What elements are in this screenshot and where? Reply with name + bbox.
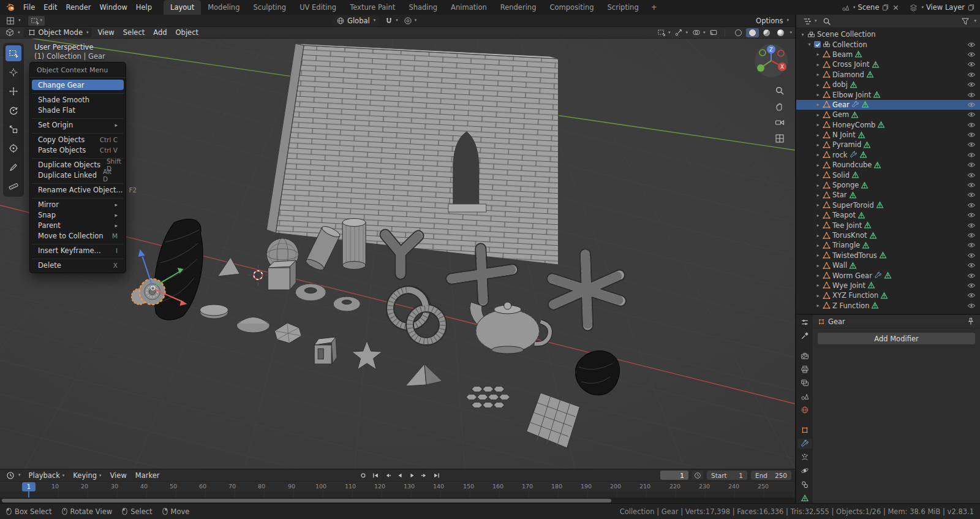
- eye-icon[interactable]: [967, 232, 976, 238]
- disclosure-icon[interactable]: ▸: [815, 112, 821, 118]
- context-menu-item[interactable]: Duplicate Linked Alt D: [32, 170, 124, 180]
- ortho-grid-icon[interactable]: [775, 134, 785, 143]
- eye-icon[interactable]: [967, 152, 976, 158]
- eye-icon[interactable]: [967, 252, 976, 259]
- eye-icon[interactable]: [967, 192, 976, 198]
- object-rock[interactable]: [575, 350, 619, 395]
- gizmos-dropdown[interactable]: ▾: [674, 28, 688, 37]
- disclosure-icon[interactable]: ▸: [815, 202, 821, 208]
- outliner-object-row[interactable]: ▸ Elbow Joint: [796, 89, 980, 99]
- outliner-object-row[interactable]: ▸ HoneyComb: [796, 120, 980, 130]
- timeline-menu[interactable]: View: [106, 471, 131, 480]
- outliner-object-row[interactable]: ▸ Cross Joint: [796, 59, 980, 69]
- new-scene-icon[interactable]: [881, 4, 889, 12]
- context-menu-item[interactable]: Mirror: [32, 199, 124, 210]
- eye-icon[interactable]: [967, 303, 976, 309]
- eye-icon[interactable]: [967, 81, 976, 88]
- workspace-tab[interactable]: Texture Paint: [343, 0, 402, 15]
- tab-modifiers[interactable]: [797, 439, 812, 449]
- disclosure-icon[interactable]: ▸: [815, 172, 821, 178]
- collection-checkbox[interactable]: [814, 41, 821, 48]
- tab-scene[interactable]: [797, 392, 812, 401]
- context-menu-item[interactable]: Insert Keyframe... I: [32, 245, 124, 256]
- disclosure-icon[interactable]: ▸: [815, 183, 821, 188]
- add-workspace-button[interactable]: +: [646, 3, 663, 12]
- tab-object[interactable]: [797, 425, 812, 435]
- eye-icon[interactable]: [967, 61, 976, 67]
- disclosure-icon[interactable]: ▸: [815, 192, 821, 198]
- eye-icon[interactable]: [967, 122, 976, 128]
- disclosure-icon[interactable]: ▸: [815, 102, 821, 107]
- outliner-object-row[interactable]: ▸ rock: [796, 150, 980, 160]
- pan-hand-icon[interactable]: [775, 102, 785, 112]
- context-menu-item[interactable]: Copy Objects Ctrl C: [32, 134, 124, 145]
- workspace-tab[interactable]: Shading: [402, 0, 444, 15]
- editor-type-select[interactable]: ▾: [4, 16, 23, 26]
- viewport-editor-select[interactable]: ▾: [3, 28, 23, 37]
- frame-start-field[interactable]: Start1: [707, 471, 747, 480]
- outliner-object-row[interactable]: ▸ Teapot: [796, 210, 980, 220]
- eye-icon[interactable]: [967, 222, 976, 229]
- camera-view-icon[interactable]: [775, 118, 785, 127]
- active-tool-indicator[interactable]: ▾: [28, 16, 45, 26]
- menubar-item[interactable]: Help: [132, 2, 156, 13]
- context-menu-item[interactable]: Move to Collection M: [32, 230, 124, 241]
- shading-rendered-button[interactable]: [774, 28, 787, 37]
- mode-select[interactable]: Object Mode ▾: [24, 28, 92, 37]
- tab-render[interactable]: [797, 351, 812, 361]
- context-menu-item[interactable]: Snap: [32, 210, 124, 220]
- jump-to-start-button[interactable]: [370, 471, 380, 480]
- context-menu-item[interactable]: Parent: [32, 220, 124, 230]
- object-cube[interactable]: [268, 260, 296, 290]
- disclosure-icon[interactable]: ▸: [815, 162, 821, 168]
- next-keyframe-button[interactable]: [419, 471, 429, 480]
- outliner-object-row[interactable]: ▸ Diamond: [796, 70, 980, 80]
- disclosure-icon[interactable]: ▸: [815, 303, 821, 308]
- workspace-tab[interactable]: Sculpting: [246, 0, 293, 15]
- eye-icon[interactable]: [967, 212, 976, 218]
- object-beam[interactable]: [314, 337, 337, 364]
- object-cylinder[interactable]: [342, 219, 366, 270]
- outliner-object-row[interactable]: ▸ Gear: [796, 100, 980, 110]
- play-button[interactable]: [407, 471, 417, 480]
- scene-collection-row[interactable]: ▾ Scene Collection: [796, 29, 980, 39]
- tab-tool[interactable]: [797, 331, 812, 341]
- outliner-object-row[interactable]: ▸ dobj: [796, 80, 980, 89]
- timeline-editor-select[interactable]: ▾: [4, 471, 23, 480]
- outliner-object-row[interactable]: ▸ Worm Gear: [796, 270, 980, 280]
- context-menu-item[interactable]: [32, 130, 124, 134]
- frame-end-field[interactable]: End250: [751, 471, 791, 480]
- tab-physics[interactable]: [797, 466, 812, 475]
- eye-icon[interactable]: [967, 142, 976, 148]
- transform-orientation-select[interactable]: Global ▾: [333, 16, 379, 26]
- timeline-ruler[interactable]: 1020304050607080901001101201301401501601…: [0, 481, 795, 491]
- outliner-object-row[interactable]: ▸ XYZ Function: [796, 290, 980, 300]
- current-frame-field[interactable]: 1: [660, 471, 688, 480]
- tab-constraints[interactable]: [797, 480, 812, 490]
- object-torus-small[interactable]: [333, 297, 360, 311]
- disclosure-icon[interactable]: ▸: [815, 273, 821, 278]
- eye-icon[interactable]: [967, 132, 976, 138]
- tool-scale[interactable]: [6, 121, 21, 137]
- context-menu-item[interactable]: [32, 256, 124, 260]
- object-wall[interactable]: [266, 44, 558, 265]
- outliner-object-row[interactable]: ▸ Wall: [796, 260, 980, 270]
- workspace-tab[interactable]: Layout: [164, 0, 201, 15]
- disclosure-icon[interactable]: ▸: [815, 62, 821, 67]
- outliner-object-row[interactable]: ▸ Gem: [796, 110, 980, 119]
- snapping-toggle[interactable]: ▾: [385, 17, 398, 25]
- selectability-dropdown[interactable]: ▾: [657, 28, 671, 37]
- eye-icon[interactable]: [967, 262, 976, 268]
- disclosure-icon[interactable]: ▸: [815, 82, 821, 88]
- context-menu-item[interactable]: [32, 115, 124, 119]
- disclosure-icon[interactable]: ▸: [815, 152, 821, 157]
- eye-icon[interactable]: [967, 42, 976, 48]
- context-menu-item[interactable]: Set Origin: [32, 119, 124, 130]
- workspace-tab[interactable]: Compositing: [543, 0, 600, 15]
- tool-annotate[interactable]: [6, 159, 21, 175]
- outliner-object-row[interactable]: ▸ Solid: [796, 170, 980, 180]
- context-menu-item[interactable]: Change Gear: [32, 80, 124, 90]
- pin-icon[interactable]: [967, 317, 975, 326]
- outliner-editor-select[interactable]: ▾: [800, 17, 820, 26]
- disclosure-icon[interactable]: ▸: [815, 92, 821, 97]
